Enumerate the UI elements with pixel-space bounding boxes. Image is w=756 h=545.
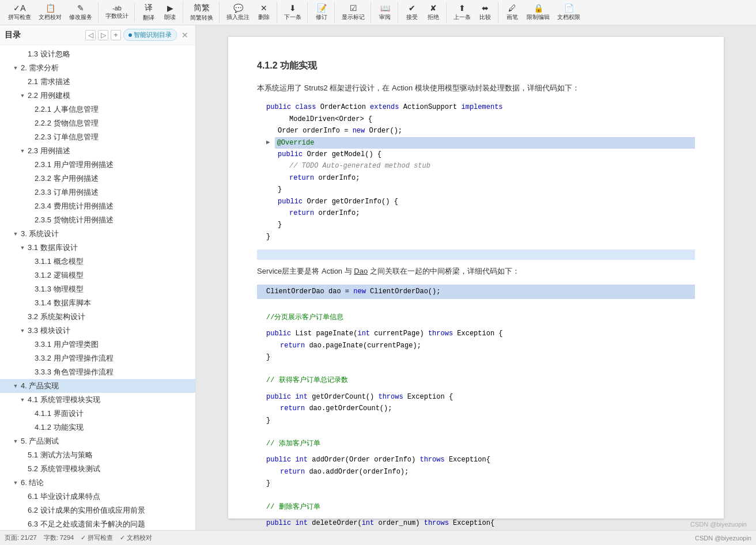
toc-toggle-3-3[interactable]: ▼ bbox=[18, 327, 27, 335]
modify-button[interactable]: 📝 修订 bbox=[311, 2, 332, 23]
toc-item-3-1-3[interactable]: 3.1.3 物理模型 bbox=[0, 282, 195, 296]
toc-item-3-1-2[interactable]: 3.1.2 逻辑模型 bbox=[0, 268, 195, 282]
toolbar-group-review: 📖 审阅 bbox=[372, 2, 398, 23]
ai-badge[interactable]: 智能识别目录 bbox=[123, 29, 177, 41]
sidebar-ctrl-fwd[interactable]: ▷ bbox=[98, 30, 108, 40]
page-info[interactable]: 页面: 21/27 bbox=[5, 533, 37, 542]
toc-item-6-2[interactable]: 6.2 设计成果的实用价值或应用前景 bbox=[0, 504, 195, 517]
toc-item-2-2-1[interactable]: 2.2.1 人事信息管理 bbox=[0, 103, 195, 116]
delete-icon: ✕ bbox=[260, 3, 267, 13]
insert-note-button[interactable]: 💬 插入批注 bbox=[223, 2, 253, 23]
translate-button[interactable]: 译 翻译 bbox=[138, 1, 159, 24]
delete-button[interactable]: ✕ 删除 bbox=[254, 2, 274, 23]
toc-item-2-2-2[interactable]: 2.2.2 货物信息管理 bbox=[0, 116, 195, 130]
toc-label-4-1-2: 4.1.2 功能实现 bbox=[35, 422, 191, 433]
doc-rights-button[interactable]: 📄 文档权限 bbox=[554, 2, 584, 23]
toc-toggle-6[interactable]: ▼ bbox=[12, 479, 20, 487]
showmark-button[interactable]: ☑ 显示标记 bbox=[338, 2, 368, 23]
toc-item-6[interactable]: ▼ 6. 结论 bbox=[0, 476, 195, 490]
wordcount-button[interactable]: -ab 字数统计 bbox=[102, 3, 132, 22]
doccheck-status[interactable]: ✓ 文档校对 bbox=[120, 533, 152, 542]
toc-item-4[interactable]: ▼ 4. 产品实现 bbox=[0, 379, 195, 393]
toc-item-4-1[interactable]: ▼ 4.1 系统管理模块实现 bbox=[0, 393, 195, 407]
service-text: Service层主要是将 Action 与 Dao 之间关联在一起的中间桥梁，详… bbox=[257, 264, 695, 278]
comment2-line: // 获得客户订单总记录数 bbox=[266, 374, 695, 386]
toc-item-3-1-1[interactable]: 3.1.1 概念模型 bbox=[0, 255, 195, 268]
toc-label-2-3-2: 2.3.2 客户用例描述 bbox=[35, 173, 191, 184]
service-text-content: Service层主要是将 Action 与 bbox=[257, 267, 354, 275]
toc-label-3: 3. 系统设计 bbox=[21, 229, 191, 239]
doc-rights-icon: 📄 bbox=[564, 3, 574, 13]
toc-item-2[interactable]: ▼ 2. 需求分析 bbox=[0, 61, 195, 75]
toc-item-2-3-3[interactable]: 2.3.3 订单用例描述 bbox=[0, 186, 195, 199]
toc-label-3-1: 3.1 数据库设计 bbox=[28, 243, 191, 253]
read-button[interactable]: ▶ 朗读 bbox=[160, 2, 180, 23]
toc-item-4-1-2[interactable]: 4.1.2 功能实现 bbox=[0, 421, 195, 434]
toc-item-5-1[interactable]: 5.1 测试方法与策略 bbox=[0, 448, 195, 462]
prev-button[interactable]: ⬆ 上一条 bbox=[450, 2, 474, 23]
toc-item-3-3[interactable]: ▼ 3.3 模块设计 bbox=[0, 324, 195, 338]
draw-button[interactable]: 🖊 画笔 bbox=[502, 2, 523, 23]
doccheck-button[interactable]: 📋 文档校对 bbox=[35, 2, 65, 23]
toc-toggle-2[interactable]: ▼ bbox=[12, 64, 20, 72]
toc-item-3-1-4[interactable]: 3.1.4 数据库脚本 bbox=[0, 296, 195, 310]
toc-toggle-5[interactable]: ▼ bbox=[12, 437, 20, 445]
spellcheck-status[interactable]: ✓ 拼写检查 bbox=[81, 533, 113, 542]
revise-button[interactable]: ✎ 修改服务 bbox=[66, 2, 96, 23]
simplify-icon: 简繁 bbox=[194, 3, 210, 13]
toc-item-1-3[interactable]: ▶ 1.3 设计忽略 bbox=[0, 47, 195, 61]
toc-item-2-3-5[interactable]: 2.3.5 货物统计用例描述 bbox=[0, 213, 195, 227]
toc-label-3-1-1: 3.1.1 概念模型 bbox=[35, 256, 191, 267]
toc-item-3-2[interactable]: 3.2 系统架构设计 bbox=[0, 310, 195, 324]
toc-label-3-1-3: 3.1.3 物理模型 bbox=[35, 284, 191, 294]
toc-item-2-3-1[interactable]: 2.3.1 用户管理用例描述 bbox=[0, 158, 195, 172]
sidebar-ctrl-add[interactable]: + bbox=[111, 30, 121, 40]
toc-toggle-4-1[interactable]: ▼ bbox=[18, 396, 27, 404]
document-area: 4.1.2 功能实现 本系统运用了 Struts2 框架进行设计，在 Actio… bbox=[196, 25, 756, 530]
word-count[interactable]: 字数: 7294 bbox=[44, 533, 74, 542]
toc-item-5-2[interactable]: 5.2 系统管理模块测试 bbox=[0, 462, 195, 476]
toc-item-3-1[interactable]: ▼ 3.1 数据库设计 bbox=[0, 241, 195, 255]
toc-item-3-3-3[interactable]: 3.3.3 角色管理操作流程 bbox=[0, 365, 195, 379]
reject-button[interactable]: ✘ 拒绝 bbox=[423, 2, 444, 23]
toc-item-3-3-1[interactable]: 3.3.1 用户管理类图 bbox=[0, 338, 195, 351]
toc-item-6-1[interactable]: 6.1 毕业设计成果特点 bbox=[0, 490, 195, 504]
review-button[interactable]: 📖 审阅 bbox=[375, 2, 395, 23]
toc-item-3[interactable]: ▼ 3. 系统设计 bbox=[0, 227, 195, 241]
comment4-line: // 删除客户订单 bbox=[266, 501, 695, 513]
ai-dot bbox=[128, 33, 132, 37]
toc-item-2-3[interactable]: ▼ 2.3 用例描述 bbox=[0, 144, 195, 158]
simplify-button[interactable]: 简繁 简繁转换 bbox=[187, 1, 217, 24]
toc-item-2-2-3[interactable]: 2.2.3 订单信息管理 bbox=[0, 130, 195, 144]
toc-item-2-3-4[interactable]: 2.3.4 费用统计用例描述 bbox=[0, 199, 195, 213]
code-line-11: } bbox=[266, 231, 695, 243]
toc-toggle-4[interactable]: ▼ bbox=[12, 382, 20, 390]
toc-label-1-3: 1.3 设计忽略 bbox=[28, 49, 191, 59]
draw-icon: 🖊 bbox=[508, 3, 516, 13]
toc-tree[interactable]: ▶ 1.3 设计忽略 ▼ 2. 需求分析 ▶ 2.1 需求描述 ▼ 2.2 用例… bbox=[0, 45, 195, 530]
next-button[interactable]: ⬇ 下一条 bbox=[281, 2, 305, 23]
toc-toggle-3[interactable]: ▼ bbox=[12, 230, 20, 238]
code-comment1-section: //分页展示客户订单信息 public List pageInate(int c… bbox=[257, 306, 695, 364]
toc-item-3-3-2[interactable]: 3.3.2 用户管理操作流程 bbox=[0, 351, 195, 365]
paginate-line2: return dao.pageInate(currentPage); bbox=[266, 340, 695, 351]
modify-icon: 📝 bbox=[317, 3, 327, 13]
prev-icon: ⬆ bbox=[459, 3, 466, 13]
sidebar-ctrl-back[interactable]: ◁ bbox=[85, 30, 96, 40]
toc-toggle-2-2[interactable]: ▼ bbox=[18, 92, 27, 100]
accept-button[interactable]: ✔ 接受 bbox=[402, 2, 422, 23]
toc-toggle-2-3[interactable]: ▼ bbox=[18, 147, 27, 155]
toc-item-5[interactable]: ▼ 5. 产品测试 bbox=[0, 434, 195, 448]
sidebar-close-button[interactable]: ✕ bbox=[179, 29, 191, 41]
toc-toggle-3-1[interactable]: ▼ bbox=[18, 244, 27, 252]
toc-item-6-3[interactable]: 6.3 不足之处或遗留未予解决的问题 bbox=[0, 517, 195, 530]
spellcheck-button[interactable]: ✓A 拼写检查 bbox=[5, 2, 35, 23]
toc-item-2-3-2[interactable]: 2.3.2 客户用例描述 bbox=[0, 172, 195, 186]
status-bar: 页面: 21/27 字数: 7294 ✓ 拼写检查 ✓ 文档校对 CSDN @b… bbox=[0, 530, 756, 545]
toc-item-4-1-1[interactable]: 4.1.1 界面设计 bbox=[0, 407, 195, 421]
restrict-edit-button[interactable]: 🔒 限制编辑 bbox=[523, 2, 553, 23]
toc-item-2-1[interactable]: ▶ 2.1 需求描述 bbox=[0, 75, 195, 89]
compare-button[interactable]: ⬌ 比较 bbox=[475, 2, 496, 23]
document-page: 4.1.2 功能实现 本系统运用了 Struts2 框架进行设计，在 Actio… bbox=[228, 37, 724, 518]
toc-item-2-2[interactable]: ▼ 2.2 用例建模 bbox=[0, 89, 195, 103]
